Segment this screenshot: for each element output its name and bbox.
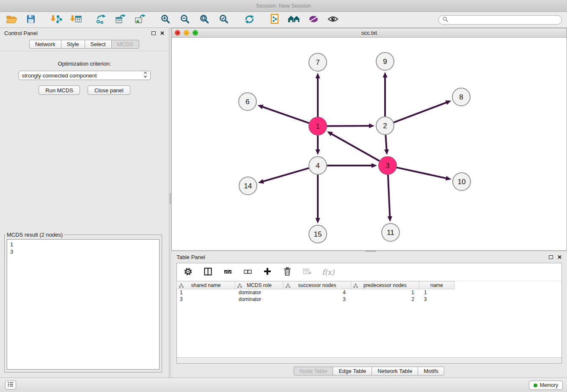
table-panel-title: Table Panel <box>176 254 205 260</box>
cell-predecessor-nodes[interactable]: 1 <box>352 290 421 295</box>
close-panel-button[interactable]: Close panel <box>88 86 130 95</box>
style-button[interactable] <box>307 14 320 26</box>
graph-node-9[interactable]: 9 <box>376 52 394 70</box>
graph-edge-1-6[interactable] <box>262 107 308 123</box>
graph-node-15[interactable]: 15 <box>309 225 327 243</box>
graph-node-label: 14 <box>244 182 252 190</box>
cell-shared-name[interactable]: 1 <box>177 290 236 295</box>
graph-node-3[interactable]: 3 <box>379 157 396 174</box>
cell-predecessor-nodes[interactable]: 2 <box>352 296 421 302</box>
refresh-button[interactable] <box>243 14 256 26</box>
network-graph[interactable]: 7968124314101511 <box>172 38 567 250</box>
graph-edge-3-1[interactable] <box>331 134 379 161</box>
export-image-button[interactable] <box>134 14 146 26</box>
tab-node-table[interactable]: Node Table <box>294 367 333 375</box>
graph-node-6[interactable]: 6 <box>239 93 256 110</box>
column-header-name[interactable]: name <box>419 281 454 289</box>
table-row[interactable]: 1 dominator 4 1 1 <box>177 289 561 296</box>
column-type-icon <box>237 283 242 289</box>
delete-column-button[interactable] <box>282 267 292 277</box>
window-close-icon[interactable] <box>175 30 180 36</box>
eye-icon <box>328 15 339 25</box>
float-panel-icon[interactable] <box>151 31 156 35</box>
window-minimize-icon[interactable] <box>184 30 189 36</box>
export-network-button[interactable] <box>95 14 107 26</box>
column-header-shared-name[interactable]: shared name <box>176 281 235 289</box>
graph-node-11[interactable]: 11 <box>382 224 399 241</box>
deselect-all-button[interactable] <box>242 267 253 277</box>
criterion-dropdown[interactable]: strongly connected component <box>19 71 151 80</box>
cell-name[interactable]: 1 <box>421 290 457 295</box>
edge-arrowhead <box>446 100 451 105</box>
import-table-button[interactable] <box>69 14 82 26</box>
memory-button[interactable]: Memory <box>529 381 563 390</box>
import-network-button[interactable] <box>50 14 63 26</box>
edge-arrowhead <box>388 216 392 222</box>
graph-node-8[interactable]: 8 <box>452 88 470 106</box>
table-scrollbar-track[interactable] <box>177 357 561 363</box>
graph-edge-2-8[interactable] <box>394 102 447 122</box>
select-all-button[interactable] <box>223 267 233 277</box>
cell-successor-nodes[interactable]: 4 <box>284 290 352 295</box>
column-header-mcds-role[interactable]: MCDS role <box>235 281 284 289</box>
graph-node-14[interactable]: 14 <box>239 177 257 195</box>
search-input[interactable] <box>451 17 558 23</box>
apply-layout-button[interactable] <box>268 14 281 26</box>
gear-icon <box>184 267 193 277</box>
graph-edge-3-10[interactable] <box>397 168 446 178</box>
graph-edge-2-3[interactable] <box>385 135 386 150</box>
cell-shared-name[interactable]: 3 <box>177 296 236 302</box>
create-column-button[interactable] <box>262 267 272 277</box>
graph-node-7[interactable]: 7 <box>309 53 327 71</box>
graph-node-1[interactable]: 1 <box>309 117 327 135</box>
table-row[interactable]: 3 dominator 3 2 3 <box>177 296 561 303</box>
zoom-fit-button[interactable] <box>198 14 211 26</box>
column-label: successor nodes <box>298 282 336 288</box>
float-table-panel-icon[interactable] <box>549 255 553 259</box>
tab-edge-table[interactable]: Edge Table <box>333 367 372 375</box>
close-panel-icon[interactable]: ✕ <box>160 30 165 36</box>
graph-node-label: 9 <box>383 58 387 66</box>
graph-node-4[interactable]: 4 <box>309 157 327 174</box>
save-session-button[interactable] <box>25 14 37 26</box>
edge-arrowhead <box>316 149 320 155</box>
tab-motifs[interactable]: Motifs <box>418 367 444 375</box>
cell-mcds-role[interactable]: dominator <box>236 296 284 302</box>
graph-edge-4-14[interactable] <box>263 168 308 182</box>
close-table-panel-icon[interactable]: ✕ <box>557 254 562 260</box>
zoom-out-button[interactable] <box>179 14 191 26</box>
run-mcds-button[interactable]: Run MCDS <box>39 86 80 95</box>
cell-name[interactable]: 3 <box>421 296 457 302</box>
tab-network-table[interactable]: Network Table <box>372 367 418 375</box>
edge-arrowhead <box>383 72 388 77</box>
table-settings-button[interactable] <box>183 267 193 277</box>
tab-mcds[interactable]: MCDS <box>111 40 139 49</box>
zoom-fit-icon <box>199 14 209 25</box>
open-session-button[interactable] <box>5 14 18 26</box>
graph-edge-1-2[interactable] <box>328 126 370 126</box>
graph-node-label: 10 <box>458 178 466 186</box>
export-table-button[interactable] <box>114 14 127 26</box>
tab-network[interactable]: Network <box>29 40 61 49</box>
task-history-button[interactable] <box>5 381 16 389</box>
tab-style[interactable]: Style <box>61 40 85 49</box>
table-panel-tabs: Node Table Edge Table Network Table Moti… <box>171 367 567 375</box>
zoom-selected-button[interactable] <box>217 14 230 26</box>
show-column-button[interactable] <box>203 267 213 277</box>
cell-successor-nodes[interactable]: 3 <box>284 296 352 302</box>
column-header-predecessor-nodes[interactable]: predecessor nodes <box>351 281 419 289</box>
zoom-in-button[interactable] <box>159 14 172 26</box>
network-window-titlebar: scc.txt <box>172 28 567 38</box>
cell-mcds-role[interactable]: dominator <box>236 290 284 295</box>
show-hide-button[interactable] <box>327 14 339 26</box>
toolbar-search[interactable] <box>438 15 562 25</box>
graph-node-10[interactable]: 10 <box>453 173 471 190</box>
unchecked-boxes-icon <box>244 268 252 276</box>
window-maximize-icon[interactable] <box>193 30 198 36</box>
graph-edge-3-11[interactable] <box>388 175 390 217</box>
column-header-successor-nodes[interactable]: successor nodes <box>283 281 351 289</box>
export-image-icon <box>135 14 146 25</box>
home-button[interactable] <box>288 14 300 26</box>
graph-node-2[interactable]: 2 <box>376 117 394 135</box>
tab-select[interactable]: Select <box>85 40 112 49</box>
